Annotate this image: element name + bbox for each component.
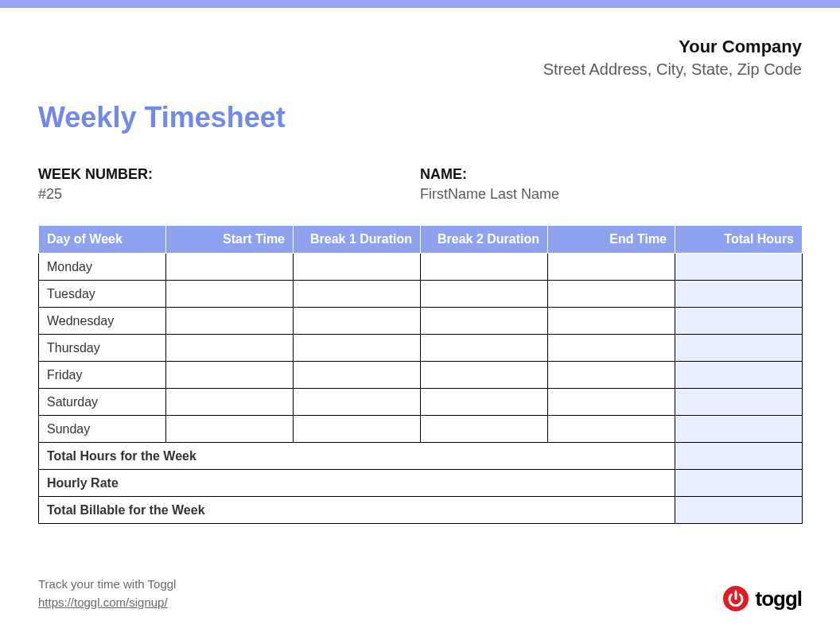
- break2-cell[interactable]: [421, 308, 548, 335]
- name-value: FirstName Last Name: [420, 186, 802, 203]
- day-cell: Monday: [39, 254, 166, 281]
- total-hours-value: [675, 443, 803, 470]
- header-total: Total Hours: [675, 226, 803, 254]
- name-block: NAME: FirstName Last Name: [420, 166, 802, 203]
- end-cell[interactable]: [548, 362, 675, 389]
- break2-cell[interactable]: [421, 254, 548, 281]
- name-label: NAME:: [420, 166, 802, 183]
- header-break1: Break 1 Duration: [294, 226, 421, 254]
- total-hours-label: Total Hours for the Week: [39, 443, 675, 470]
- week-number-block: WEEK NUMBER: #25: [38, 166, 420, 203]
- end-cell[interactable]: [548, 254, 675, 281]
- header-end: End Time: [548, 226, 675, 254]
- start-cell[interactable]: [166, 389, 294, 416]
- break1-cell[interactable]: [294, 308, 421, 335]
- table-row: Wednesday: [39, 308, 803, 335]
- company-info: Your Company Street Address, City, State…: [38, 37, 802, 79]
- timesheet-table: Day of Week Start Time Break 1 Duration …: [38, 225, 803, 524]
- company-name: Your Company: [38, 37, 802, 57]
- toggl-logo: toggl: [723, 586, 802, 611]
- start-cell[interactable]: [166, 254, 294, 281]
- day-cell: Tuesday: [39, 281, 166, 308]
- footer-tagline: Track your time with Toggl: [38, 576, 176, 594]
- header-start: Start Time: [166, 226, 294, 254]
- start-cell[interactable]: [166, 281, 294, 308]
- end-cell[interactable]: [548, 416, 675, 443]
- table-row: Saturday: [39, 389, 803, 416]
- day-cell: Sunday: [39, 416, 166, 443]
- break2-cell[interactable]: [421, 416, 548, 443]
- break1-cell[interactable]: [294, 281, 421, 308]
- company-address: Street Address, City, State, Zip Code: [38, 60, 802, 79]
- total-cell: [675, 389, 803, 416]
- table-row: Friday: [39, 362, 803, 389]
- end-cell[interactable]: [548, 308, 675, 335]
- break1-cell[interactable]: [294, 254, 421, 281]
- summary-row-total-hours: Total Hours for the Week: [39, 443, 803, 470]
- break1-cell[interactable]: [294, 416, 421, 443]
- total-billable-label: Total Billable for the Week: [39, 497, 675, 524]
- total-cell: [675, 308, 803, 335]
- break2-cell[interactable]: [421, 389, 548, 416]
- total-cell: [675, 362, 803, 389]
- day-cell: Saturday: [39, 389, 166, 416]
- day-cell: Thursday: [39, 335, 166, 362]
- table-row: Tuesday: [39, 281, 803, 308]
- header-break2: Break 2 Duration: [421, 226, 548, 254]
- total-cell: [675, 281, 803, 308]
- week-number-value: #25: [38, 186, 420, 203]
- top-accent-bar: [0, 0, 840, 8]
- power-icon: [723, 586, 749, 611]
- summary-row-total-billable: Total Billable for the Week: [39, 497, 803, 524]
- meta-row: WEEK NUMBER: #25 NAME: FirstName Last Na…: [38, 166, 802, 203]
- footer: Track your time with Toggl https://toggl…: [38, 576, 802, 611]
- day-cell: Wednesday: [39, 308, 166, 335]
- page-title: Weekly Timesheet: [38, 101, 802, 134]
- hourly-rate-value[interactable]: [675, 470, 803, 497]
- table-row: Thursday: [39, 335, 803, 362]
- footer-left: Track your time with Toggl https://toggl…: [38, 576, 176, 611]
- total-billable-value: [675, 497, 803, 524]
- end-cell[interactable]: [548, 281, 675, 308]
- week-number-label: WEEK NUMBER:: [38, 166, 420, 183]
- logo-text: toggl: [755, 587, 802, 611]
- end-cell[interactable]: [548, 335, 675, 362]
- table-row: Monday: [39, 254, 803, 281]
- day-cell: Friday: [39, 362, 166, 389]
- start-cell[interactable]: [166, 308, 294, 335]
- break1-cell[interactable]: [294, 335, 421, 362]
- signup-link[interactable]: https://toggl.com/signup/: [38, 595, 168, 609]
- table-row: Sunday: [39, 416, 803, 443]
- break1-cell[interactable]: [294, 362, 421, 389]
- header-day: Day of Week: [39, 226, 166, 254]
- end-cell[interactable]: [548, 389, 675, 416]
- break2-cell[interactable]: [421, 362, 548, 389]
- total-cell: [675, 254, 803, 281]
- start-cell[interactable]: [166, 335, 294, 362]
- break1-cell[interactable]: [294, 389, 421, 416]
- break2-cell[interactable]: [421, 281, 548, 308]
- summary-row-hourly-rate: Hourly Rate: [39, 470, 803, 497]
- total-cell: [675, 416, 803, 443]
- break2-cell[interactable]: [421, 335, 548, 362]
- start-cell[interactable]: [166, 416, 294, 443]
- start-cell[interactable]: [166, 362, 294, 389]
- total-cell: [675, 335, 803, 362]
- table-header-row: Day of Week Start Time Break 1 Duration …: [39, 226, 803, 254]
- hourly-rate-label: Hourly Rate: [39, 470, 675, 497]
